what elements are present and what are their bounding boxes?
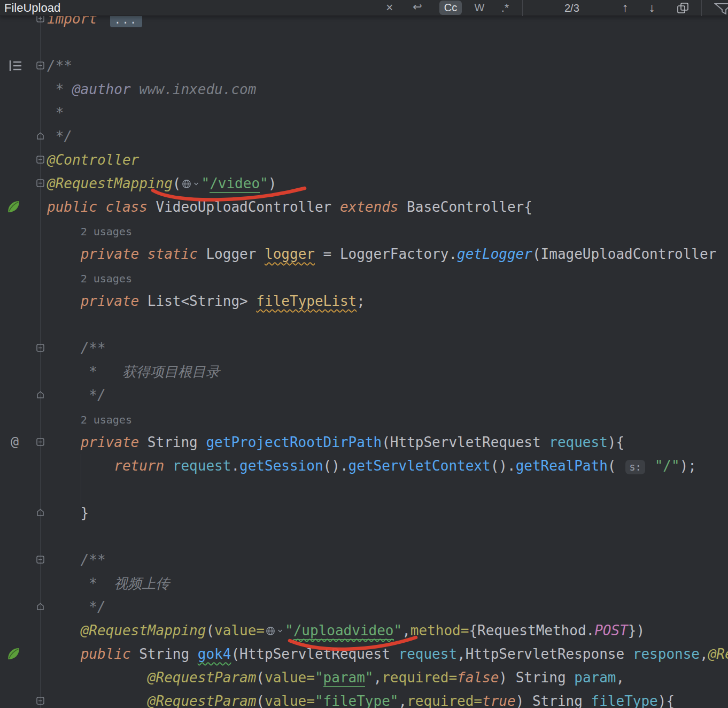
code-token: , [457,646,466,662]
code-line[interactable]: @RequestMapping(value="/uploadvideo",met… [47,619,728,642]
code-token: , [402,622,411,638]
fold-end-icon[interactable] [36,603,44,611]
code-line[interactable]: @RequestParam(value="param",required=fal… [47,666,728,689]
code-line[interactable]: */ [47,595,728,619]
code-token: private [81,246,140,262]
code-line[interactable]: return request.getSession().getServletCo… [47,454,728,478]
code-line[interactable]: /** [47,548,728,572]
match-case-toggle[interactable]: Cc [439,1,462,15]
code-token: HttpServletRequest [239,646,398,662]
code-token: @RequestMapping [81,622,206,638]
fold-minus-icon[interactable] [36,697,44,705]
search-in-selection-icon[interactable] [677,2,690,15]
fold-minus-icon[interactable] [36,61,44,70]
code-line[interactable]: @RequestParam(value="fileType",required=… [47,689,728,708]
find-bar: FileUpload × ↩ Cc W .* 2/3 ↑ ↓ [0,0,728,16]
code-token: ( [173,175,181,191]
code-token: , [374,669,382,686]
code-line[interactable]: 2 usages [47,407,728,430]
fold-end-icon[interactable] [36,132,44,140]
code-token: ; [357,293,365,309]
parameter-name-hint: s: [625,460,645,474]
fold-end-icon[interactable] [36,391,44,399]
code-token: /** [81,552,106,568]
code-line[interactable]: /** [47,336,728,360]
code-line[interactable] [47,313,728,336]
code-line[interactable] [47,525,728,548]
filter-icon[interactable] [714,2,728,15]
code-token [47,364,81,380]
code-token: VideoUploadController [148,199,340,215]
spring-bean-icon[interactable] [6,199,21,216]
next-match-icon[interactable]: ↓ [649,1,655,15]
code-line[interactable]: private String getProjectRootDirPath(Htt… [47,430,728,454]
annotation-at-icon[interactable]: @ [11,434,19,449]
code-token: getProjectRootDirPath [206,434,382,450]
code-line[interactable]: private List<String> fileTypeList; [47,289,728,313]
fold-minus-icon[interactable] [36,156,44,164]
code-token [47,458,114,474]
code-line[interactable]: 2 usages [47,266,728,289]
code-token: @Re [708,646,728,662]
code-token: }) [628,622,645,638]
fold-minus-icon[interactable] [36,556,44,564]
code-line[interactable]: 2 usages [47,219,728,242]
code-token: ( [256,693,265,708]
code-token: ){ [658,693,675,708]
search-input[interactable]: FileUpload [4,1,60,15]
code-token: /** [47,58,72,74]
code-token: public [47,199,97,215]
code-token: " [394,622,402,638]
code-line[interactable]: private static Logger logger = LoggerFac… [47,242,728,266]
code-token [139,246,148,262]
usages-inlay-hint: 2 usages [81,225,132,238]
code-token: Logger [198,246,265,262]
code-token: ( [382,434,390,450]
code-token: ( [206,622,214,638]
code-line[interactable]: */ [47,383,728,407]
code-line[interactable]: /** [47,54,728,78]
code-token: */ [81,599,106,615]
structure-lines-icon[interactable] [9,59,22,74]
code-token: HttpServletResponse [466,646,633,662]
code-token [47,552,81,568]
close-icon[interactable]: × [386,1,393,15]
code-token: getSession [239,458,323,474]
code-token[interactable]: param [323,669,365,687]
fold-end-icon[interactable] [36,509,44,517]
code-token: getRealPath [516,458,608,474]
code-area[interactable]: import .../** * @author www.inxedu.com *… [47,7,728,708]
code-line[interactable]: * 视频上传 [47,572,728,595]
injected-language-globe-icon[interactable] [182,173,200,196]
code-token: fileTypeList [256,293,357,309]
injected-language-globe-icon[interactable] [266,620,284,643]
code-line[interactable]: * 获得项目根目录 [47,360,728,383]
code-line[interactable]: public String gok4(HttpServletRequest re… [47,642,728,666]
code-token[interactable]: fileType [323,693,390,708]
code-token: " [201,175,210,191]
code-line[interactable]: * [47,101,728,125]
code-line[interactable]: @RequestMapping("/video") [47,172,728,195]
code-token: ) String [499,669,574,686]
code-line[interactable] [47,478,728,501]
previous-match-icon[interactable]: ↑ [622,1,629,15]
code-line[interactable]: @Controller [47,148,728,172]
code-token: ) [268,175,277,191]
code-line[interactable] [47,30,728,54]
code-line[interactable]: * @author www.inxedu.com [47,78,728,101]
code-token[interactable]: /video [210,175,260,193]
words-toggle[interactable]: W [471,1,487,15]
newline-icon[interactable]: ↩ [413,1,422,13]
code-line[interactable]: public class VideoUploadController exten… [47,195,728,219]
code-token: return [114,458,164,474]
fold-minus-icon[interactable] [36,179,44,187]
fold-minus-icon[interactable] [36,438,44,446]
code-token [47,222,81,238]
code-line[interactable]: } [47,501,728,525]
fold-minus-icon[interactable] [36,344,44,352]
regex-toggle[interactable]: .* [496,1,514,15]
code-line[interactable]: */ [47,125,728,148]
match-count: 2/3 [564,2,579,14]
spring-bean-icon[interactable] [6,647,21,663]
code-token[interactable]: /uploadvideo [293,622,394,640]
